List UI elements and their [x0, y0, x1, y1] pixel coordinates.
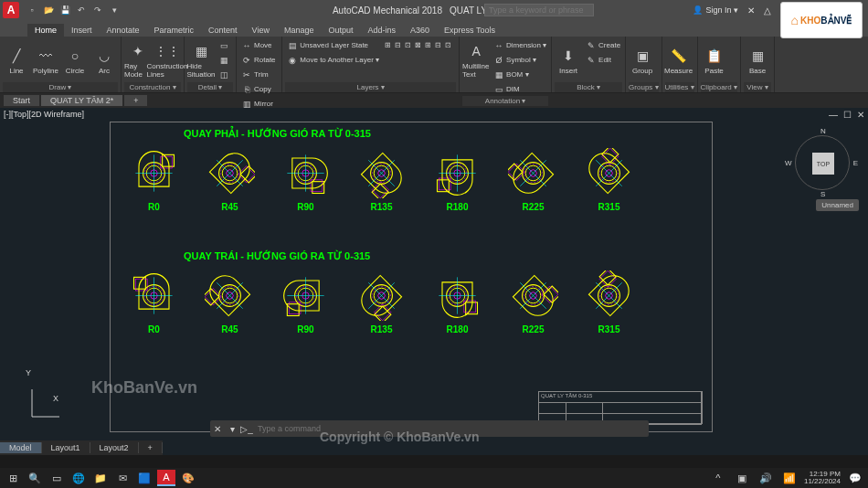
- unsaved-layer-state-button[interactable]: ▤Unsaved Layer State: [285, 38, 381, 52]
- qat-save-icon[interactable]: 💾: [58, 4, 71, 16]
- panel-title[interactable]: Draw ▾: [3, 82, 118, 92]
- polyline-button[interactable]: 〰Polyline: [32, 38, 59, 82]
- line-button[interactable]: ╱Line: [3, 38, 30, 82]
- tray-icon-3[interactable]: 📶: [780, 470, 799, 486]
- layout-tab-layout1[interactable]: Layout1: [42, 442, 90, 453]
- panel-title[interactable]: Annotation ▾: [462, 96, 548, 106]
- bom--button[interactable]: ▦BOM ▾: [492, 68, 548, 81]
- dimension--button[interactable]: ↔Dimension ▾: [492, 38, 548, 52]
- cloud-icon[interactable]: △: [764, 5, 771, 16]
- panel-title[interactable]: Clipboard ▾: [701, 82, 737, 92]
- exchange-icon[interactable]: ✕: [747, 5, 755, 16]
- multiline-text-button[interactable]: AMultiline Text: [462, 38, 490, 82]
- add-layout-button[interactable]: +: [139, 442, 163, 453]
- construction-lines-button[interactable]: ⋮⋮Construction Lines: [153, 38, 181, 82]
- tool-button[interactable]: ▦: [217, 53, 233, 67]
- move-to-another-layer--button[interactable]: ◉Move to Another Layer ▾: [285, 53, 381, 67]
- trim-button[interactable]: ✂Trim: [239, 68, 279, 81]
- move-button[interactable]: ↔Move: [239, 38, 279, 52]
- ribbon-tab-manage[interactable]: Manage: [277, 24, 322, 37]
- rotate-button[interactable]: ⟳Rotate: [239, 53, 279, 67]
- view-unnamed-button[interactable]: Unnamed: [816, 199, 859, 211]
- tool-button[interactable]: ◫: [217, 68, 233, 81]
- panel-title[interactable]: Layers ▾: [285, 82, 456, 92]
- ribbon-tab-a360[interactable]: A360: [403, 24, 437, 37]
- copy-button[interactable]: ⎘Copy: [239, 82, 279, 96]
- taskbar-app-7[interactable]: A: [157, 470, 175, 486]
- view-cube[interactable]: TOP N S E W: [795, 135, 850, 190]
- taskbar-app-8[interactable]: 🎨: [179, 470, 197, 486]
- ribbon-tab-home[interactable]: Home: [27, 24, 64, 37]
- ribbon-tab-view[interactable]: View: [245, 24, 277, 37]
- panel-title[interactable]: Detail ▾: [187, 82, 233, 92]
- ribbon-tab-insert[interactable]: Insert: [64, 24, 100, 37]
- edit-button[interactable]: ✎Edit: [584, 53, 622, 67]
- qat-open-icon[interactable]: 📂: [42, 4, 55, 16]
- taskbar-clock[interactable]: 12:19 PM11/22/2024: [804, 471, 841, 485]
- viewport-label[interactable]: [-][Top][2D Wireframe]: [4, 110, 84, 119]
- ribbon-tab-express-tools[interactable]: Express Tools: [437, 24, 503, 37]
- layout-tab-layout2[interactable]: Layout2: [90, 442, 139, 453]
- layout-tab-model[interactable]: Model: [0, 442, 42, 453]
- help-search-input[interactable]: [484, 4, 594, 16]
- ribbon-tab-output[interactable]: Output: [322, 24, 361, 37]
- tray-icon-0[interactable]: ^: [709, 470, 727, 486]
- insert-button[interactable]: ⬇Insert: [555, 38, 582, 82]
- cmd-recent-icon[interactable]: ▾: [225, 424, 239, 434]
- qat-undo-icon[interactable]: ↶: [75, 4, 88, 16]
- taskbar-app-0[interactable]: ⊞: [4, 470, 22, 486]
- layer-tool-button[interactable]: ⊡: [443, 38, 452, 52]
- qat-more-icon[interactable]: ▾: [108, 4, 121, 16]
- sign-in-button[interactable]: 👤 Sign In ▾: [693, 5, 738, 15]
- panel-title[interactable]: View ▾: [744, 82, 771, 92]
- ribbon-tab-add-ins[interactable]: Add-ins: [361, 24, 404, 37]
- layer-tool-button[interactable]: ⊠: [413, 38, 422, 52]
- document-tab[interactable]: Start: [4, 95, 39, 106]
- group-button[interactable]: ▣Group: [629, 38, 656, 82]
- ribbon-tab-parametric[interactable]: Parametric: [147, 24, 202, 37]
- dim-button[interactable]: ▭DIM: [492, 82, 548, 96]
- viewport-minimize-icon[interactable]: —: [829, 110, 838, 120]
- add-document-button[interactable]: +: [124, 95, 147, 106]
- app-icon[interactable]: A: [3, 2, 19, 18]
- tray-icon-2[interactable]: 🔊: [757, 470, 775, 486]
- document-tab[interactable]: QUAT LY TÂM 2*: [41, 95, 122, 106]
- tray-icon-1[interactable]: ▣: [733, 470, 751, 486]
- layer-tool-button[interactable]: ⊞: [423, 38, 432, 52]
- taskbar-app-3[interactable]: 🌐: [69, 470, 88, 486]
- layer-tool-button[interactable]: ⊡: [403, 38, 412, 52]
- base-button[interactable]: ▦Base: [744, 38, 771, 82]
- viewport-maximize-icon[interactable]: ☐: [843, 110, 852, 120]
- hide situation-icon: ▦: [192, 42, 210, 60]
- panel-title[interactable]: Construction ▾: [124, 82, 181, 92]
- taskbar-app-6[interactable]: 🟦: [135, 470, 153, 486]
- hide-situation-button[interactable]: ▦Hide Situation: [187, 38, 215, 82]
- panel-title[interactable]: Block ▾: [555, 82, 622, 92]
- layer-tool-button[interactable]: ⊟: [433, 38, 442, 52]
- taskbar-app-5[interactable]: ✉: [113, 470, 132, 486]
- panel-title[interactable]: Groups ▾: [629, 82, 658, 92]
- panel-title[interactable]: Utilities ▾: [665, 82, 694, 92]
- layer-tool-button[interactable]: ⊞: [383, 38, 392, 52]
- viewport-close-icon[interactable]: ✕: [857, 110, 864, 120]
- qat-redo-icon[interactable]: ↷: [91, 4, 104, 16]
- symbol--button[interactable]: ØSymbol ▾: [492, 53, 548, 67]
- command-input[interactable]: [254, 424, 649, 433]
- cmd-close-icon[interactable]: ✕: [210, 424, 225, 434]
- layer-tool-button[interactable]: ⊟: [393, 38, 402, 52]
- create-button[interactable]: ✎Create: [584, 38, 622, 52]
- drawing-canvas[interactable]: [-][Top][2D Wireframe] — ☐ ✕ QUAY PHẢI -…: [0, 108, 868, 455]
- arc-button[interactable]: ◡Arc: [90, 38, 118, 82]
- qat-new-icon[interactable]: ▫: [26, 4, 38, 16]
- taskbar-app-1[interactable]: 🔍: [26, 470, 44, 486]
- ribbon-tab-content[interactable]: Content: [201, 24, 245, 37]
- tool-button[interactable]: ▭: [217, 38, 233, 52]
- ribbon-tab-annotate[interactable]: Annotate: [100, 24, 147, 37]
- taskbar-app-2[interactable]: ▭: [48, 470, 66, 486]
- notifications-button[interactable]: 💬: [846, 470, 864, 486]
- circle-button[interactable]: ○Circle: [61, 38, 89, 82]
- taskbar-app-4[interactable]: 📁: [91, 470, 110, 486]
- paste-button[interactable]: 📋Paste: [701, 38, 728, 82]
- viewcube-top[interactable]: TOP: [812, 153, 834, 175]
- measure-button[interactable]: 📏Measure: [665, 38, 693, 82]
